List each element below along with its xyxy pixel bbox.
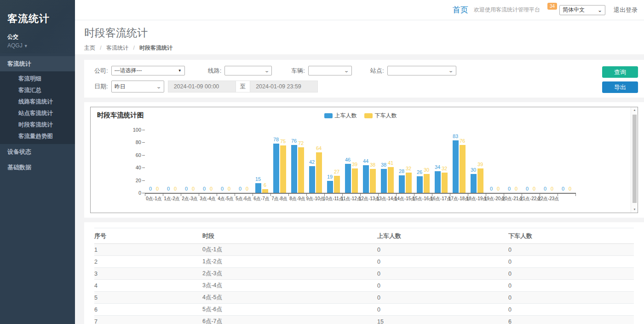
chart-panel: 时段车流统计图 上车人数下车人数 0204060801000点-1点001点-2…: [84, 102, 644, 218]
chart-legend: 上车人数下车人数: [324, 112, 404, 120]
x-axis-label: 5点-6点: [236, 196, 251, 202]
org-code-dropdown[interactable]: AQGJ▼: [7, 42, 68, 49]
date-start-input[interactable]: [168, 81, 236, 93]
table-header-row: 序号 时段 上车人数 下车人数: [94, 228, 634, 244]
x-axis-label: 4点-5点: [218, 196, 233, 202]
table-cell: 0: [508, 280, 634, 292]
org-name: 公交: [7, 33, 68, 41]
table-cell: 3: [94, 268, 202, 280]
table-row: 43点-4点00: [94, 280, 634, 292]
table-cell: 0点-1点: [202, 244, 377, 256]
breadcrumb-section[interactable]: 客流统计: [106, 45, 128, 51]
y-axis-label: 20: [127, 178, 141, 183]
sidebar-item[interactable]: 设备状态: [0, 144, 75, 160]
scrollbar-thumb[interactable]: [632, 115, 637, 203]
chevron-down-icon: ⌄: [448, 68, 454, 73]
table-row: 10点-1点00: [94, 244, 634, 256]
x-axis-label: 2点-3点: [182, 196, 197, 202]
chart-title: 时段车流统计图: [97, 111, 144, 120]
sidebar-subitem[interactable]: 时段客流统计: [0, 119, 75, 131]
breadcrumb-home[interactable]: 主页: [84, 45, 95, 51]
date-end-input[interactable]: [250, 81, 318, 93]
x-axis-label: 8点-9点: [289, 196, 305, 202]
chevron-down-icon: ⌄: [344, 68, 350, 73]
app-logo-title: 客流统计: [7, 12, 68, 26]
bar: [442, 173, 448, 193]
x-axis-tick: [199, 194, 199, 196]
legend-swatch-icon: [364, 113, 373, 118]
language-select[interactable]: 简体中文 ⌄: [559, 5, 605, 15]
sidebar-subitem[interactable]: 客流明细: [0, 73, 75, 85]
chevron-down-icon: ⌄: [598, 7, 602, 13]
legend-label: 下车人数: [375, 112, 397, 120]
bar-value-label: 41: [384, 160, 397, 166]
table-cell: 5点-6点: [202, 304, 377, 316]
sidebar-item[interactable]: 基础数据: [0, 160, 75, 175]
col-header-index: 序号: [94, 228, 202, 244]
date-preset-select[interactable]: 昨日 ⌄: [111, 81, 164, 93]
sidebar-subitem[interactable]: 站点客流统计: [0, 108, 75, 119]
sidebar-subitem[interactable]: 客流量趋势图: [0, 131, 75, 142]
home-link[interactable]: 首页: [453, 5, 468, 15]
bar: [298, 147, 304, 193]
scroll-down-icon[interactable]: ▼: [631, 207, 638, 213]
table-cell: 0: [377, 292, 508, 304]
table-cell: 0: [377, 268, 508, 280]
table-row: 21点-2点00: [94, 256, 634, 268]
x-axis-tick: [145, 194, 145, 196]
sidebar-menu: 客流统计客流明细客流汇总线路客流统计站点客流统计时段客流统计客流量趋势图设备状态…: [0, 56, 75, 175]
bar-value-label: 64: [312, 145, 326, 151]
top-header: 首页 欢迎使用客流统计管理平台 34 简体中文 ⌄ 退出登录: [75, 0, 644, 20]
date-preset-value: 昨日: [115, 83, 126, 91]
logout-link[interactable]: 退出登录: [614, 6, 638, 14]
x-axis-tick: [288, 194, 289, 196]
sidebar-subitem[interactable]: 线路客流统计: [0, 96, 75, 108]
y-axis-tick: [142, 180, 145, 181]
bar-value-label: 0: [563, 186, 577, 191]
x-axis-label: 0点-1点: [146, 196, 161, 202]
vehicle-label: 车辆:: [291, 67, 305, 75]
vehicle-select[interactable]: ⌄: [308, 66, 352, 75]
bar-value-label: 32: [437, 166, 451, 171]
table-panel: 序号 时段 上车人数 下车人数 10点-1点0021点-2点0032点-3点00…: [84, 222, 644, 324]
x-axis-tick: [253, 194, 253, 196]
table-cell: 0: [377, 304, 508, 316]
y-axis-tick: [142, 168, 145, 168]
x-axis-tick: [163, 194, 163, 196]
bar: [280, 145, 286, 193]
station-label: 站点:: [370, 67, 384, 75]
export-button[interactable]: 导出: [602, 81, 638, 93]
bar: [417, 176, 423, 193]
table-cell: 0: [377, 280, 508, 292]
scroll-up-icon[interactable]: ▲: [631, 107, 638, 113]
page-title: 时段客流统计: [84, 26, 644, 40]
x-axis-tick: [270, 194, 271, 196]
legend-item[interactable]: 下车人数: [364, 112, 397, 120]
table-cell: 15: [377, 316, 508, 324]
table-cell: 6: [508, 316, 634, 324]
legend-item[interactable]: 上车人数: [324, 112, 357, 120]
bar: [435, 171, 441, 193]
line-select[interactable]: ⌄: [224, 66, 272, 75]
brand-block: 客流统计 公交 AQGJ▼: [0, 0, 75, 53]
bar: [327, 181, 333, 193]
chart-vertical-scrollbar[interactable]: ▲ ▼: [631, 107, 638, 213]
bar: [399, 175, 405, 193]
table-cell: 1: [94, 244, 202, 256]
sidebar-subitem[interactable]: 客流汇总: [0, 85, 75, 96]
welcome-text: 欢迎使用客流统计管理平台: [474, 6, 540, 14]
language-value: 简体中文: [563, 6, 585, 14]
sidebar-item[interactable]: 客流统计: [0, 56, 75, 71]
breadcrumb-current: 时段客流统计: [139, 45, 172, 51]
app-window: 客流统计 公交 AQGJ▼ 客流统计客流明细客流汇总线路客流统计站点客流统计时段…: [0, 0, 644, 324]
query-button[interactable]: 查询: [602, 66, 638, 78]
bar: [424, 174, 430, 193]
bar: [334, 176, 340, 193]
company-select[interactable]: ---请选择--- ▼: [111, 66, 185, 75]
station-select[interactable]: ⌄: [387, 66, 456, 75]
table-cell: 0: [508, 304, 634, 316]
x-axis-label: 1点-2点: [164, 196, 179, 202]
col-header-period: 时段: [202, 228, 377, 244]
breadcrumb-separator: /: [100, 45, 101, 51]
x-axis-tick: [217, 194, 217, 196]
